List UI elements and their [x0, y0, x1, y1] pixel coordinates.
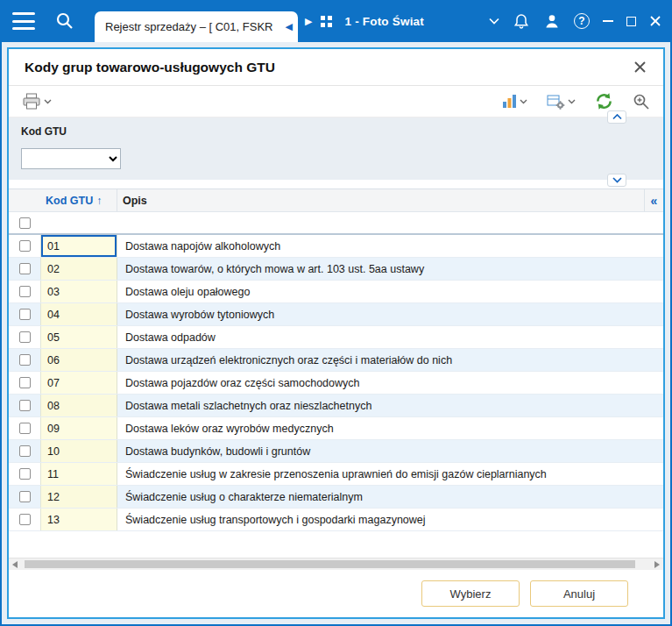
row-checkbox[interactable] [19, 331, 31, 343]
dialog-header: Kody grup towarowo-usługowych GTU [9, 49, 663, 86]
row-opis: Dostawa odpadów [117, 326, 663, 348]
row-kod[interactable]: 02 [40, 258, 117, 280]
locate-button[interactable] [628, 90, 654, 113]
table-row[interactable]: 12 Świadczenie usług o charakterze niema… [9, 486, 663, 509]
row-opis: Świadczenie usług transportowych i gospo… [117, 509, 663, 530]
help-icon[interactable]: ? [574, 13, 590, 29]
maximize-icon[interactable] [626, 17, 636, 26]
table-row[interactable]: 11 Świadczenie usług w zakresie przenosz… [9, 463, 663, 486]
tab-rejestr-sprzedazy[interactable]: Rejestr sprzedaży – [ C01, FSKR ◀ [95, 11, 298, 42]
row-kod[interactable]: 01 [40, 235, 117, 257]
company-selector[interactable]: 1 - Foto Świat [344, 15, 424, 28]
company-dropdown-icon[interactable] [489, 18, 499, 25]
refresh-icon [595, 92, 613, 110]
dialog-close-icon[interactable] [633, 60, 647, 75]
sort-ascending-icon: ↑ [96, 195, 102, 207]
row-kod[interactable]: 10 [40, 440, 117, 462]
table-row[interactable]: 03 Dostawa oleju opałowego [9, 281, 663, 303]
select-all-row [9, 212, 663, 235]
row-opis: Dostawa metali szlachetnych oraz nieszla… [117, 395, 663, 416]
row-opis: Dostawa wyrobów tytoniowych [117, 303, 663, 325]
chart-button[interactable] [498, 91, 532, 111]
row-checkbox[interactable] [19, 377, 31, 388]
scroll-right-icon[interactable] [651, 561, 663, 568]
row-checkbox[interactable] [19, 240, 31, 252]
refresh-button[interactable] [591, 89, 618, 113]
filter-collapse-up-icon[interactable] [607, 110, 626, 124]
print-button[interactable] [18, 90, 56, 113]
column-header-opis[interactable]: Opis [117, 189, 644, 211]
dialog-footer: Wybierz Anuluj [9, 570, 663, 617]
column-header-kod-gtu[interactable]: Kod GTU ↑ [40, 189, 117, 211]
row-kod[interactable]: 12 [40, 486, 117, 508]
pin-panel-icon[interactable]: « [644, 189, 663, 211]
minimize-icon[interactable] [603, 20, 613, 22]
scroll-left-icon[interactable] [9, 561, 21, 568]
grid-settings-button[interactable] [542, 91, 580, 112]
row-checkbox[interactable] [19, 423, 31, 434]
table-row[interactable]: 05 Dostawa odpadów [9, 326, 663, 349]
search-icon[interactable] [54, 11, 75, 32]
table-row[interactable]: 06 Dostawa urządzeń elektronicznych oraz… [9, 349, 663, 372]
row-kod[interactable]: 03 [40, 281, 117, 302]
kod-gtu-filter-select[interactable] [21, 148, 121, 169]
row-opis: Świadczenie usług o charakterze niemater… [117, 486, 663, 508]
row-checkbox[interactable] [19, 400, 31, 411]
horizontal-scrollbar[interactable] [9, 558, 663, 570]
row-kod[interactable]: 08 [40, 395, 117, 416]
row-kod[interactable]: 05 [40, 326, 117, 348]
row-opis: Dostawa napojów alkoholowych [117, 235, 663, 257]
row-kod[interactable]: 04 [40, 303, 117, 325]
column-label: Kod GTU [46, 195, 93, 207]
scrollbar-thumb[interactable] [25, 560, 635, 568]
header-checkbox-column [9, 189, 40, 211]
grid-settings-dropdown-icon [568, 99, 576, 104]
row-checkbox[interactable] [19, 514, 31, 525]
table-row[interactable]: 04 Dostawa wyrobów tytoniowych [9, 303, 663, 326]
row-checkbox[interactable] [19, 468, 31, 480]
filter-collapse-down-icon[interactable] [607, 174, 626, 187]
table-row[interactable]: 07 Dostawa pojazdów oraz części samochod… [9, 372, 663, 395]
user-icon[interactable] [543, 12, 561, 30]
row-opis: Dostawa budynków, budowli i gruntów [117, 440, 663, 462]
select-all-checkbox[interactable] [19, 217, 31, 229]
tab-scroll-right-icon[interactable]: ▶ [305, 16, 312, 27]
table-row[interactable]: 01 Dostawa napojów alkoholowych [9, 235, 663, 258]
titlebar: Rejestr sprzedaży – [ C01, FSKR ◀ ▶ 1 - … [0, 0, 672, 42]
table-row[interactable]: 10 Dostawa budynków, budowli i gruntów [9, 440, 663, 463]
row-opis: Dostawa urządzeń elektronicznych oraz cz… [117, 349, 663, 371]
notifications-bell-icon[interactable] [513, 12, 530, 31]
row-opis: Dostawa oleju opałowego [117, 281, 663, 302]
row-opis: Świadczenie usług w zakresie przenoszeni… [117, 463, 663, 485]
row-checkbox[interactable] [19, 445, 31, 457]
table-row[interactable]: 08 Dostawa metali szlachetnych oraz nies… [9, 395, 663, 417]
row-checkbox[interactable] [19, 354, 31, 366]
menu-icon[interactable] [12, 12, 35, 30]
row-kod[interactable]: 06 [40, 349, 117, 371]
row-checkbox[interactable] [19, 491, 31, 502]
row-kod[interactable]: 13 [40, 509, 117, 530]
table-empty-space [9, 531, 663, 558]
row-kod[interactable]: 09 [40, 417, 117, 439]
row-opis: Dostawa leków oraz wyrobów medycznych [117, 417, 663, 439]
chart-dropdown-icon [520, 99, 527, 104]
bar-chart-icon [502, 94, 517, 109]
row-checkbox[interactable] [19, 309, 31, 320]
row-checkbox[interactable] [19, 263, 31, 274]
table-row[interactable]: 13 Świadczenie usług transportowych i go… [9, 509, 663, 531]
row-kod[interactable]: 11 [40, 463, 117, 485]
filter-label: Kod GTU [21, 125, 651, 138]
table-row[interactable]: 02 Dostawa towarów, o których mowa w art… [9, 258, 663, 281]
select-button[interactable]: Wybierz [421, 580, 520, 607]
application-window: Rejestr sprzedaży – [ C01, FSKR ◀ ▶ 1 - … [0, 0, 672, 626]
row-opis: Dostawa towarów, o których mowa w art. 1… [117, 258, 663, 280]
grid-settings-icon [547, 94, 565, 110]
row-kod[interactable]: 07 [40, 372, 117, 394]
cancel-button[interactable]: Anuluj [530, 580, 628, 607]
scrollbar-track[interactable] [21, 558, 651, 570]
row-checkbox[interactable] [19, 286, 31, 297]
tab-scroll-left-icon[interactable]: ◀ [286, 21, 293, 32]
window-close-icon[interactable] [649, 15, 661, 27]
apps-grid-icon[interactable] [321, 16, 332, 27]
table-row[interactable]: 09 Dostawa leków oraz wyrobów medycznych [9, 417, 663, 440]
